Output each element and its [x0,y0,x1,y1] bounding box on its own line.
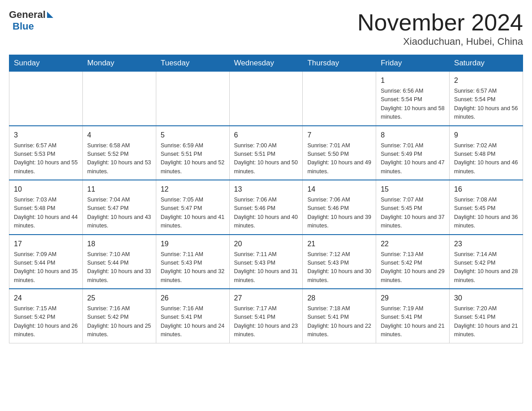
day-number: 7 [307,130,371,141]
day-number: 29 [381,293,445,304]
day-info: Sunrise: 7:08 AM Sunset: 5:45 PM Dayligh… [454,196,518,231]
day-number: 3 [14,130,78,141]
day-number: 4 [87,130,151,141]
day-info: Sunrise: 7:17 AM Sunset: 5:41 PM Dayligh… [234,304,298,339]
day-info: Sunrise: 7:01 AM Sunset: 5:50 PM Dayligh… [307,141,371,176]
calendar-day-cell: 25Sunrise: 7:16 AM Sunset: 5:42 PM Dayli… [82,289,156,343]
day-number: 6 [234,130,298,141]
calendar-day-cell: 22Sunrise: 7:13 AM Sunset: 5:42 PM Dayli… [376,235,450,289]
calendar-day-cell [156,72,229,126]
day-info: Sunrise: 7:11 AM Sunset: 5:43 PM Dayligh… [234,250,298,285]
calendar-day-cell: 30Sunrise: 7:20 AM Sunset: 5:41 PM Dayli… [450,289,523,343]
calendar-week-row: 3Sunrise: 6:57 AM Sunset: 5:53 PM Daylig… [9,126,523,180]
calendar-day-cell: 16Sunrise: 7:08 AM Sunset: 5:45 PM Dayli… [450,180,523,235]
day-info: Sunrise: 7:15 AM Sunset: 5:42 PM Dayligh… [14,304,78,339]
calendar-table: SundayMondayTuesdayWednesdayThursdayFrid… [9,55,523,343]
logo-triangle-icon [47,12,53,18]
day-number: 5 [161,130,225,141]
day-info: Sunrise: 7:20 AM Sunset: 5:41 PM Dayligh… [454,304,518,339]
day-number: 15 [381,184,445,195]
calendar-day-cell: 9Sunrise: 7:02 AM Sunset: 5:48 PM Daylig… [450,126,523,180]
calendar-day-cell: 26Sunrise: 7:16 AM Sunset: 5:41 PM Dayli… [156,289,229,343]
day-info: Sunrise: 7:11 AM Sunset: 5:43 PM Dayligh… [161,250,225,285]
day-number: 1 [381,75,445,86]
day-number: 2 [454,75,518,86]
calendar-day-cell [303,72,376,126]
day-number: 16 [454,184,518,195]
weekday-header-sunday: Sunday [9,55,83,72]
logo-blue-text: Blue [13,21,34,32]
calendar-week-row: 24Sunrise: 7:15 AM Sunset: 5:42 PM Dayli… [9,289,523,343]
day-number: 11 [87,184,151,195]
day-number: 22 [381,239,445,249]
calendar-day-cell: 18Sunrise: 7:10 AM Sunset: 5:44 PM Dayli… [82,235,156,289]
calendar-day-cell: 3Sunrise: 6:57 AM Sunset: 5:53 PM Daylig… [9,126,83,180]
calendar-day-cell: 6Sunrise: 7:00 AM Sunset: 5:51 PM Daylig… [229,126,303,180]
day-info: Sunrise: 6:56 AM Sunset: 5:54 PM Dayligh… [381,87,445,122]
calendar-day-cell: 2Sunrise: 6:57 AM Sunset: 5:54 PM Daylig… [450,72,523,126]
calendar-day-cell: 5Sunrise: 6:59 AM Sunset: 5:51 PM Daylig… [156,126,229,180]
day-number: 25 [87,293,151,304]
calendar-week-row: 10Sunrise: 7:03 AM Sunset: 5:48 PM Dayli… [9,180,523,235]
day-info: Sunrise: 7:19 AM Sunset: 5:41 PM Dayligh… [381,304,445,339]
day-info: Sunrise: 7:16 AM Sunset: 5:41 PM Dayligh… [161,304,225,339]
day-info: Sunrise: 7:10 AM Sunset: 5:44 PM Dayligh… [87,250,151,285]
day-info: Sunrise: 7:18 AM Sunset: 5:41 PM Dayligh… [307,304,371,339]
day-number: 12 [161,184,225,195]
weekday-header-tuesday: Tuesday [156,55,229,72]
calendar-day-cell: 13Sunrise: 7:06 AM Sunset: 5:46 PM Dayli… [229,180,303,235]
weekday-header-friday: Friday [376,55,450,72]
day-info: Sunrise: 6:57 AM Sunset: 5:54 PM Dayligh… [454,87,518,122]
calendar-day-cell: 8Sunrise: 7:01 AM Sunset: 5:49 PM Daylig… [376,126,450,180]
day-info: Sunrise: 7:04 AM Sunset: 5:47 PM Dayligh… [87,196,151,231]
calendar-day-cell: 29Sunrise: 7:19 AM Sunset: 5:41 PM Dayli… [376,289,450,343]
calendar-day-cell: 17Sunrise: 7:09 AM Sunset: 5:44 PM Dayli… [9,235,83,289]
calendar-day-cell: 4Sunrise: 6:58 AM Sunset: 5:52 PM Daylig… [82,126,156,180]
weekday-header-saturday: Saturday [450,55,523,72]
weekday-header-row: SundayMondayTuesdayWednesdayThursdayFrid… [9,55,523,72]
day-number: 28 [307,293,371,304]
calendar-day-cell [9,72,83,126]
calendar-day-cell: 20Sunrise: 7:11 AM Sunset: 5:43 PM Dayli… [229,235,303,289]
day-info: Sunrise: 7:13 AM Sunset: 5:42 PM Dayligh… [381,250,445,285]
day-info: Sunrise: 6:57 AM Sunset: 5:53 PM Dayligh… [14,141,78,176]
day-info: Sunrise: 7:00 AM Sunset: 5:51 PM Dayligh… [234,141,298,176]
calendar-day-cell: 10Sunrise: 7:03 AM Sunset: 5:48 PM Dayli… [9,180,83,235]
day-info: Sunrise: 6:59 AM Sunset: 5:51 PM Dayligh… [161,141,225,176]
month-year-title: November 2024 [357,9,523,36]
day-number: 9 [454,130,518,141]
day-number: 14 [307,184,371,195]
day-info: Sunrise: 7:06 AM Sunset: 5:46 PM Dayligh… [234,196,298,231]
day-number: 23 [454,239,518,249]
day-number: 10 [14,184,78,195]
calendar-day-cell: 19Sunrise: 7:11 AM Sunset: 5:43 PM Dayli… [156,235,229,289]
day-number: 18 [87,239,151,249]
day-info: Sunrise: 7:03 AM Sunset: 5:48 PM Dayligh… [14,196,78,231]
day-number: 17 [14,239,78,249]
calendar-day-cell: 1Sunrise: 6:56 AM Sunset: 5:54 PM Daylig… [376,72,450,126]
day-info: Sunrise: 7:16 AM Sunset: 5:42 PM Dayligh… [87,304,151,339]
day-info: Sunrise: 7:14 AM Sunset: 5:42 PM Dayligh… [454,250,518,285]
day-number: 8 [381,130,445,141]
day-info: Sunrise: 7:02 AM Sunset: 5:48 PM Dayligh… [454,141,518,176]
logo: General Blue [9,9,55,32]
day-number: 26 [161,293,225,304]
day-info: Sunrise: 7:07 AM Sunset: 5:45 PM Dayligh… [381,196,445,231]
day-info: Sunrise: 7:06 AM Sunset: 5:46 PM Dayligh… [307,196,371,231]
calendar-day-cell: 11Sunrise: 7:04 AM Sunset: 5:47 PM Dayli… [82,180,156,235]
calendar-day-cell: 21Sunrise: 7:12 AM Sunset: 5:43 PM Dayli… [303,235,376,289]
day-info: Sunrise: 6:58 AM Sunset: 5:52 PM Dayligh… [87,141,151,176]
day-info: Sunrise: 7:09 AM Sunset: 5:44 PM Dayligh… [14,250,78,285]
calendar-day-cell: 28Sunrise: 7:18 AM Sunset: 5:41 PM Dayli… [303,289,376,343]
weekday-header-monday: Monday [82,55,156,72]
day-info: Sunrise: 7:05 AM Sunset: 5:47 PM Dayligh… [161,196,225,231]
day-number: 21 [307,239,371,249]
weekday-header-thursday: Thursday [303,55,376,72]
day-number: 30 [454,293,518,304]
header: General Blue November 2024 Xiaoduchuan, … [9,9,523,47]
day-number: 13 [234,184,298,195]
calendar-day-cell: 23Sunrise: 7:14 AM Sunset: 5:42 PM Dayli… [450,235,523,289]
location-subtitle: Xiaoduchuan, Hubei, China [357,36,523,47]
weekday-header-wednesday: Wednesday [229,55,303,72]
calendar-day-cell: 15Sunrise: 7:07 AM Sunset: 5:45 PM Dayli… [376,180,450,235]
